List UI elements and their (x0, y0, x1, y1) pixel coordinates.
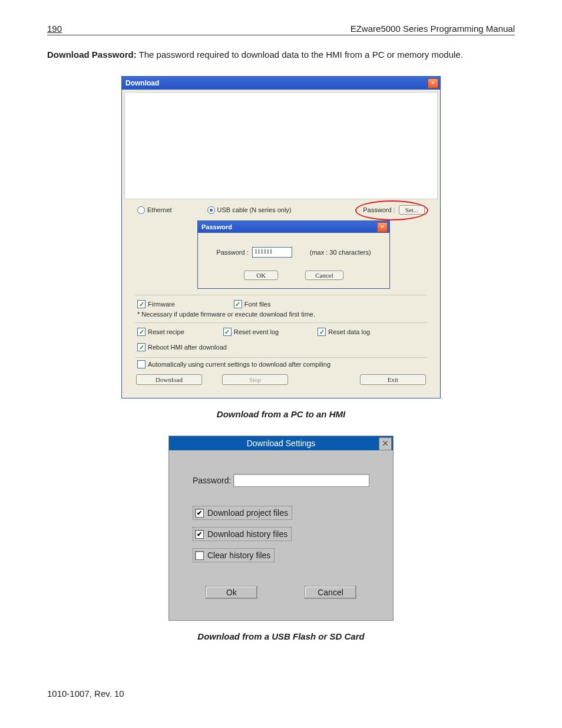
exit-button[interactable]: Exit (360, 374, 426, 385)
intro-bold: Download Password: (47, 50, 137, 60)
password-label: Password : (363, 206, 395, 213)
download-project-checkbox[interactable]: Download project files (193, 506, 292, 520)
stop-button[interactable]: Stop (222, 374, 288, 385)
close-icon[interactable]: × (428, 78, 438, 88)
clear-history-label: Clear history files (207, 551, 270, 560)
download-project-label: Download project files (207, 508, 288, 518)
page-number: 190 (47, 24, 62, 34)
download-settings-titlebar[interactable]: Download Settings × (169, 436, 393, 450)
checkbox-icon (318, 328, 326, 336)
cancel-button[interactable]: Cancel (305, 586, 356, 599)
download-settings-dialog: Download Settings × Password: Download p… (168, 436, 394, 621)
firmware-label: Firmware (148, 301, 175, 308)
reboot-checkbox[interactable]: Reboot HMI after download (137, 343, 425, 351)
close-icon[interactable]: × (377, 222, 388, 232)
set-button[interactable]: Set... (399, 205, 425, 215)
ok-button[interactable]: OK (244, 271, 278, 280)
usb-radio[interactable]: USB cable (N series only) (207, 206, 292, 214)
auto-label: Automatically using current settings to … (148, 361, 330, 368)
checkbox-icon (223, 328, 232, 336)
intro-rest: The password required to download data t… (137, 50, 463, 60)
password-input[interactable]: 111111 (252, 247, 292, 258)
password-input[interactable] (233, 474, 369, 487)
download-history-checkbox[interactable]: Download history files (193, 527, 292, 541)
firmware-checkbox[interactable]: Firmware (137, 300, 175, 308)
password-field-label: Password : (216, 249, 248, 256)
password-dialog-titlebar[interactable]: Password × (198, 221, 389, 233)
fontfiles-checkbox[interactable]: Font files (234, 300, 271, 308)
firmware-note: * Necessary if update firmware or execut… (128, 309, 434, 322)
reset-data-checkbox[interactable]: Reset data log (318, 328, 370, 336)
reset-event-label: Reset event log (234, 328, 279, 335)
download-settings-title: Download Settings (247, 439, 316, 448)
checkbox-icon (195, 530, 204, 539)
checkbox-icon (234, 300, 242, 308)
progress-area (124, 92, 438, 199)
reset-recipe-label: Reset recipe (148, 328, 184, 335)
reset-recipe-checkbox[interactable]: Reset recipe (137, 328, 184, 336)
usb-label: USB cable (N series only) (217, 206, 292, 213)
figure-caption-1: Download from a PC to an HMI (47, 409, 515, 419)
ethernet-label: Ethernet (147, 206, 172, 213)
figure-caption-2: Download from a USB Flash or SD Card (47, 631, 515, 641)
fontfiles-label: Font files (244, 301, 271, 308)
download-dialog: Download × Ethernet USB cable (N series … (121, 76, 441, 398)
clear-history-checkbox[interactable]: Clear history files (193, 548, 275, 562)
auto-checkbox[interactable]: Automatically using current settings to … (137, 360, 425, 368)
reboot-label: Reboot HMI after download (148, 344, 227, 351)
download-button[interactable]: Download (136, 374, 202, 385)
password-label: Password: (193, 476, 231, 485)
page-header: 190 EZware5000 Series Programming Manual (47, 24, 515, 35)
reset-data-label: Reset data log (328, 328, 370, 335)
ok-button[interactable]: Ok (206, 586, 257, 599)
checkbox-icon (195, 509, 204, 518)
intro-text: Download Password: The password required… (47, 50, 515, 60)
radio-icon (137, 206, 145, 214)
checkbox-icon (137, 328, 146, 336)
manual-title: EZware5000 Series Programming Manual (351, 24, 515, 34)
checkbox-icon (195, 551, 204, 560)
radio-icon (207, 206, 215, 214)
password-dialog-title: Password (201, 223, 232, 230)
checkbox-icon (137, 300, 146, 308)
password-hint: (max : 30 characters) (310, 249, 371, 256)
download-history-label: Download history files (207, 529, 287, 539)
checkbox-icon (137, 360, 146, 368)
reset-event-checkbox[interactable]: Reset event log (223, 328, 279, 336)
footer-revision: 1010-1007, Rev. 10 (47, 689, 515, 699)
password-dialog: Password × Password : 111111 (max : 30 c… (197, 220, 390, 289)
checkbox-icon (137, 343, 146, 351)
download-dialog-title: Download (125, 79, 159, 87)
close-icon[interactable]: × (379, 437, 392, 450)
ethernet-radio[interactable]: Ethernet (137, 206, 172, 214)
download-dialog-titlebar[interactable]: Download × (122, 77, 440, 90)
cancel-button[interactable]: Cancel (305, 271, 343, 280)
